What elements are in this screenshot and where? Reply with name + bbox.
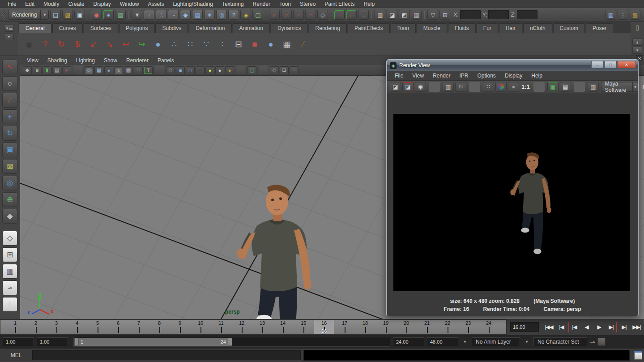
go-to-start-button[interactable]: |◀◀ — [543, 322, 554, 332]
point-display-icon[interactable]: ∷ — [134, 66, 143, 74]
select-curves-mask-icon[interactable]: ~ — [168, 10, 179, 20]
redo-previous-render-icon[interactable]: ◪ — [402, 82, 414, 92]
ipr-render-icon[interactable]: ◩ — [399, 10, 409, 20]
select-rendering-mask-icon[interactable]: ◎ — [216, 10, 227, 20]
snap-to-point-icon[interactable]: ∩ — [293, 10, 304, 20]
rotate-tool-icon[interactable]: ↻ — [2, 126, 17, 141]
select-deformations-mask-icon[interactable]: ▦ — [192, 10, 203, 20]
camera-track-icon[interactable]: ↘ — [103, 38, 116, 51]
selection-highlight-icon[interactable]: ▢ — [247, 66, 256, 74]
chevron-down-icon[interactable]: ▾ — [632, 82, 638, 91]
timeline-frame-1[interactable]: 1 — [5, 320, 26, 334]
renderer-selector[interactable]: Maya Software ▾ — [601, 82, 638, 92]
shelf-tab-poser[interactable]: Poser — [586, 23, 613, 33]
camera-orbit-icon[interactable]: ↻ — [55, 38, 68, 51]
selection-mask-menu-icon[interactable]: ▼ — [132, 10, 142, 20]
camera-dolly-icon[interactable]: ↙ — [87, 38, 100, 51]
timeline-frame-12[interactable]: 12 — [231, 320, 252, 334]
menu-render[interactable]: Render — [249, 0, 274, 8]
unparent-nodes-icon[interactable]: ∶ — [216, 38, 229, 51]
isolate-select-icon[interactable]: ◇ — [270, 66, 279, 74]
timeline-frame-3[interactable]: 3 — [46, 320, 67, 334]
shelf-tab-animation[interactable]: Animation — [233, 23, 270, 33]
vp-menu-show[interactable]: Show — [100, 57, 121, 64]
select-tool-icon[interactable]: ↖ — [2, 60, 17, 74]
bookmark-icon[interactable]: ▮ — [43, 66, 51, 74]
timeline-frame-6[interactable]: 6 — [108, 320, 128, 334]
play-backwards-button[interactable]: ◀ — [581, 322, 592, 332]
timeline-frame-16[interactable]: 16 16 — [314, 320, 334, 334]
animation-end-field[interactable] — [427, 337, 458, 346]
menu-display[interactable]: Display — [89, 0, 115, 8]
red-question-icon[interactable]: ? — [38, 38, 52, 51]
shelf-tab-surfaces[interactable]: Surfaces — [84, 23, 118, 33]
range-slider-track[interactable]: 1 24 — [73, 337, 390, 347]
range-end-handle[interactable] — [228, 338, 232, 346]
shelf-tab-deformation[interactable]: Deformation — [189, 23, 231, 33]
camera-twist-icon[interactable]: $ — [71, 38, 84, 51]
timeline-frame-13[interactable]: 13 — [252, 320, 273, 334]
smooth-shaded-cube-icon[interactable]: ■ — [176, 66, 185, 74]
shelf-tab-subdivs[interactable]: Subdivs — [155, 23, 188, 33]
shelf-tab-hair[interactable]: Hair — [499, 23, 522, 33]
lock-selection-icon[interactable]: ◈ — [240, 10, 251, 20]
anim-layer-selector[interactable]: No Anim Layer — [472, 337, 520, 346]
menu-assets[interactable]: Assets — [144, 0, 168, 8]
save-scene-icon[interactable]: ▣ — [74, 10, 85, 20]
flat-circle-icon[interactable]: ○ — [114, 66, 123, 74]
step-forward-key-button[interactable]: ▶| — [606, 322, 617, 332]
select-dynamics-mask-icon[interactable]: ∗ — [204, 10, 215, 20]
film-reel-magnifier-icon[interactable]: ◉ — [22, 38, 36, 51]
chevron-down-icon[interactable]: ▼ — [40, 10, 48, 19]
timeline-frame-15[interactable]: 15 — [293, 320, 314, 334]
timeline-frame-2[interactable]: 2 — [26, 320, 46, 334]
last-tool-icon[interactable]: ◆ — [2, 209, 17, 224]
menu-set-selector[interactable]: Rendering ▼ — [8, 10, 49, 20]
select-surfaces-mask-icon[interactable]: ◆ — [180, 10, 191, 20]
timeline-frame-10[interactable]: 10 — [190, 320, 211, 334]
new-scene-icon[interactable]: ▤ — [50, 10, 61, 20]
timeline-frame-9[interactable]: 9 — [170, 320, 190, 334]
menu-paint-effects[interactable]: Paint Effects — [320, 0, 358, 8]
timeline-frame-18[interactable]: 18 — [355, 320, 375, 334]
parent-nodes-icon[interactable]: ∴ — [167, 38, 181, 51]
construction-history-icon[interactable]: ≡ — [358, 10, 369, 20]
rv-menu-display[interactable]: Display — [501, 72, 526, 79]
xray-icon[interactable]: ▩ — [124, 66, 133, 74]
checker-cube-icon[interactable]: ▩ — [196, 66, 205, 74]
time-slider[interactable]: 1 2 3 4 5 — [0, 319, 507, 335]
open-render-settings-icon[interactable]: ▥ — [588, 82, 599, 92]
rv-menu-ipr[interactable]: IPR — [456, 72, 473, 79]
move-tool-icon[interactable]: + — [2, 109, 17, 124]
step-forward-frame-button[interactable]: ▶| — [618, 322, 630, 332]
output-connections-icon[interactable]: ← — [346, 10, 357, 20]
rendered-image[interactable] — [393, 114, 630, 291]
snap-to-projected-center-icon[interactable]: ∩ — [305, 10, 316, 20]
shelf-tab-toon[interactable]: Toon — [391, 23, 416, 33]
script-editor-icon[interactable] — [634, 351, 642, 360]
shaded-sphere-icon[interactable]: ● — [104, 66, 113, 74]
rv-menu-options[interactable]: Options — [473, 72, 500, 79]
select-object-mode-icon[interactable]: ● — [103, 10, 114, 20]
open-scene-icon[interactable]: ▨ — [62, 10, 73, 20]
select-hierarchy-cursor-icon[interactable]: ■ — [248, 38, 261, 51]
shelf-tab-custom[interactable]: Custom — [553, 23, 585, 33]
vp-menu-panels[interactable]: Panels — [154, 57, 178, 64]
set-key-icon[interactable]: ⊸ — [590, 339, 595, 345]
gold-light-icon[interactable]: ● — [225, 66, 234, 74]
current-time-field[interactable] — [510, 322, 539, 332]
menu-lighting-shading[interactable]: Lighting/Shading — [169, 0, 217, 8]
rv-menu-help[interactable]: Help — [527, 72, 546, 79]
timeline-frame-4[interactable]: 4 — [67, 320, 87, 334]
frame-selection-icon[interactable]: ⊡ — [280, 66, 289, 74]
share-view-icon[interactable]: ∴ — [290, 66, 299, 74]
render-settings-icon[interactable]: ▦ — [411, 10, 422, 20]
vp-menu-view[interactable]: View — [23, 57, 43, 64]
sphere-trash-icon[interactable]: ● — [151, 38, 165, 51]
timeline-frame-23[interactable]: 23 — [458, 320, 478, 334]
menu-help[interactable]: Help — [360, 0, 379, 8]
select-all-mask-icon[interactable]: + — [144, 10, 154, 20]
timeline-frame-11[interactable]: 11 — [211, 320, 231, 334]
shelf-tab-curves[interactable]: Curves — [52, 23, 83, 33]
playback-start-field[interactable] — [37, 337, 68, 346]
